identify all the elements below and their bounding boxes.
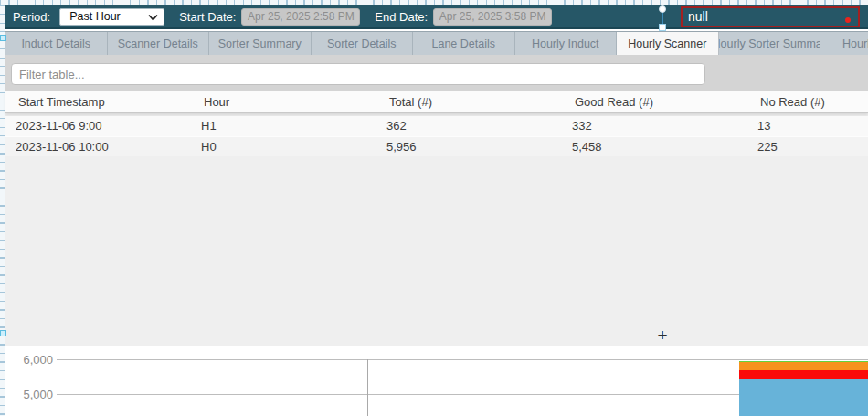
period-select[interactable]: Past Hour bbox=[59, 8, 164, 26]
table-cell: H0 bbox=[191, 137, 376, 156]
column-header[interactable]: Hour bbox=[191, 91, 376, 112]
tab-hourly-sort[interactable]: Hourly Sort bbox=[820, 32, 868, 55]
selection-handle-icon[interactable] bbox=[659, 24, 666, 31]
tab-bar: Induct DetailsScanner DetailsSorter Summ… bbox=[5, 31, 868, 55]
table-cell: 5,956 bbox=[376, 137, 562, 156]
designer-canvas: Period: Past Hour Start Date: Apr 25, 20… bbox=[0, 0, 868, 416]
column-header[interactable]: Total (#) bbox=[376, 91, 562, 112]
table-cell: 13 bbox=[747, 116, 868, 136]
end-date-input[interactable]: Apr 25, 2025 3:58 PM bbox=[433, 8, 552, 26]
table-row[interactable]: 2023-11-06 9:00H136233213 bbox=[5, 116, 868, 136]
y-axis-tick-label: 6,000 bbox=[5, 353, 53, 367]
table-cell: 332 bbox=[562, 116, 747, 136]
error-dot-icon bbox=[845, 17, 851, 23]
tab-hourly-scanner[interactable]: Hourly Scanner bbox=[617, 32, 719, 55]
table-cell: 2023-11-06 10:00 bbox=[5, 137, 191, 156]
tab-sorter-details[interactable]: Sorter Details bbox=[312, 32, 414, 55]
table-cell: 5,458 bbox=[562, 137, 747, 156]
end-date-label: End Date: bbox=[375, 10, 428, 24]
y-axis-tick-label: 5,000 bbox=[5, 388, 53, 401]
table-cell: 225 bbox=[747, 137, 868, 156]
column-header[interactable]: Start Timestamp bbox=[5, 91, 191, 112]
table-cell: H1 bbox=[191, 116, 376, 136]
ruler-handle-icon[interactable] bbox=[0, 35, 6, 41]
table-cell: 2023-11-06 9:00 bbox=[5, 116, 191, 136]
start-date-label: Start Date: bbox=[179, 10, 236, 24]
tab-induct-details[interactable]: Induct Details bbox=[5, 32, 108, 55]
stacked-bar[interactable] bbox=[739, 347, 868, 416]
category-gridline bbox=[367, 359, 368, 416]
ruler-handle-icon[interactable] bbox=[0, 330, 6, 336]
selected-label-component[interactable]: null bbox=[681, 6, 860, 27]
label-text: null bbox=[688, 9, 708, 24]
start-date-input[interactable]: Apr 25, 2025 2:58 PM bbox=[241, 8, 360, 26]
bar-segment-good-read[interactable] bbox=[739, 379, 868, 416]
bar-segment-other-green[interactable] bbox=[739, 361, 868, 362]
tab-hourly-sorter-summar[interactable]: Hourly Sorter Summar bbox=[719, 32, 821, 55]
stacked-bar-chart: 6,000 5,000 bbox=[5, 347, 868, 416]
period-label: Period: bbox=[13, 10, 50, 24]
period-select-value: Past Hour bbox=[69, 10, 121, 23]
tab-hourly-induct[interactable]: Hourly Induct bbox=[515, 32, 618, 55]
data-table: Start TimestampHourTotal (#)Good Read (#… bbox=[5, 91, 868, 346]
chevron-down-icon bbox=[148, 14, 158, 21]
filter-table-input[interactable] bbox=[11, 63, 705, 85]
selection-anchor-icon[interactable] bbox=[659, 5, 666, 13]
table-row[interactable]: 2023-11-06 10:00H05,9565,458225 bbox=[5, 136, 868, 156]
add-button[interactable]: + bbox=[652, 326, 672, 345]
column-header[interactable]: No Read (#) bbox=[747, 91, 868, 112]
column-header[interactable]: Good Read (#) bbox=[562, 91, 747, 112]
table-header-row: Start TimestampHourTotal (#)Good Read (#… bbox=[5, 91, 868, 113]
tab-lane-details[interactable]: Lane Details bbox=[413, 32, 515, 55]
bar-segment-no-read[interactable] bbox=[739, 370, 868, 379]
filter-bar bbox=[5, 55, 868, 91]
table-cell: 362 bbox=[376, 116, 562, 136]
tab-sorter-summary[interactable]: Sorter Summary bbox=[209, 32, 312, 55]
bar-segment-other-orange[interactable] bbox=[739, 362, 868, 370]
tab-scanner-details[interactable]: Scanner Details bbox=[108, 32, 210, 55]
